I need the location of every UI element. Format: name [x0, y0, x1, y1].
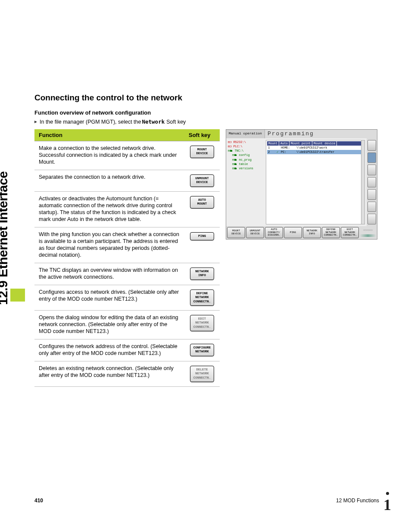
ss-side-button[interactable]	[367, 202, 376, 212]
ss-right-toolbar	[367, 138, 377, 226]
tree-child: ⊟🖿 versions	[228, 166, 264, 171]
page-footer: 410 12 MOD Functions	[34, 498, 379, 504]
function-desc: With the ping function you can check whe…	[34, 227, 184, 263]
function-desc: Activates or deactivates the Automount f…	[34, 191, 184, 227]
table-row: Configures access to network drives. (Se…	[34, 285, 220, 310]
softkey-auto-mount[interactable]: AUTO MOUNT	[190, 196, 214, 208]
grid-head: Mount	[267, 141, 279, 146]
softkey-define-network-connectn[interactable]: DEFINE NETWORK CONNECTN.	[190, 289, 214, 306]
table-row: The TNC displays an overview window with…	[34, 263, 220, 285]
grid-row: 1 HOME: \\de01PC5312\work	[267, 146, 364, 150]
ss-softkey-mount[interactable]: MOUNT DEVICE	[227, 227, 245, 238]
function-desc: Make a connection to the selected networ…	[34, 141, 184, 170]
softkey-edit-network-connectn[interactable]: EDIT NETWORK CONNECTN.	[190, 315, 214, 331]
intro-softkey-name: Network	[142, 118, 165, 125]
function-desc: Configures access to network drives. (Se…	[34, 285, 184, 310]
ss-side-button[interactable]	[367, 177, 376, 188]
col-header-function: Function	[34, 129, 184, 141]
grid-head: Mount device	[312, 141, 337, 146]
intro-after: Soft key	[166, 119, 186, 125]
ss-softkey-ping[interactable]: PING	[284, 227, 302, 238]
function-desc: Opens the dialog window for editing the …	[34, 310, 184, 339]
ss-softkey-network-info[interactable]: NETWORK INFO	[303, 227, 321, 238]
grid-head: Mount point	[290, 141, 312, 146]
softkey-table: Function Soft key Make a connection to t…	[34, 129, 220, 387]
function-desc: Deletes an existing network connection. …	[34, 361, 184, 386]
grid-head: Auto	[279, 141, 290, 146]
ss-mode-large: Programming	[265, 130, 317, 138]
softkey-unmount-device[interactable]: UNMOUNT DEVICE	[190, 174, 214, 187]
softkey-delete-network-connectn[interactable]: DELETE NETWORK CONNECTN.	[190, 366, 214, 382]
intro-instruction: In the file manager (PGM MGT), select th…	[34, 118, 379, 125]
tnc-screenshot: Manual operation Programming ⊟⊐ RS232:\ …	[226, 129, 377, 240]
ss-softkey-edit-connectn[interactable]: EDIT NETWORK CONNECTN.	[341, 227, 359, 238]
ss-softkey-row: MOUNT DEVICE UNMOUNT DEVICE AUTO CONNECT…	[226, 226, 377, 239]
tree-plc: ⊟⊐ PLC:\	[228, 144, 264, 149]
grid-row-selected: 2 ✓ PC: \\de01PC5322\transfer	[267, 150, 364, 154]
softkey-ping[interactable]: PING	[190, 232, 214, 240]
table-row: Activates or deactivates the Automount f…	[34, 191, 220, 227]
table-row: Configures the network address of the co…	[34, 339, 220, 361]
intro-before: In the file manager (PGM MGT), select th…	[40, 119, 141, 125]
function-desc: Separates the connection to a network dr…	[34, 170, 184, 192]
ss-side-button[interactable]	[367, 189, 376, 200]
side-tab: 12.9 Ethernet Interface	[10, 94, 24, 305]
table-row: Make a connection to the selected networ…	[34, 141, 220, 170]
table-row: Deletes an existing network connection. …	[34, 361, 220, 386]
ss-softkey-auto-connect[interactable]: AUTO CONNECT/ DISCONN.	[265, 227, 283, 238]
ss-side-button[interactable]	[367, 214, 376, 224]
tree-rs232: ⊟⊐ RS232:\	[228, 140, 264, 144]
function-desc: Configures the network address of the co…	[34, 339, 184, 361]
ss-mode-small: Manual operation	[226, 130, 265, 138]
table-row: Opens the dialog window for editing the …	[34, 310, 220, 339]
info-icon: 1	[383, 492, 391, 514]
info-corner-badge: 1	[370, 491, 394, 515]
softkey-mount-device[interactable]: MOUNT DEVICE	[190, 146, 214, 158]
table-row: Separates the connection to a network dr…	[34, 170, 220, 192]
page-heading: Connecting the control to the network	[34, 93, 379, 103]
section-subheading: Function overview of network configurati…	[34, 109, 379, 116]
softkey-configure-network[interactable]: CONFIGURE NETWORK	[190, 344, 214, 356]
ss-side-button[interactable]	[367, 165, 376, 175]
ss-scrollbar[interactable]	[361, 140, 364, 224]
ss-drive-tree: ⊟⊐ RS232:\ ⊟⊐ PLC:\ ⊟🖿 TNC:\ ⊟🖿 config ⊟…	[226, 138, 266, 226]
ss-side-button[interactable]	[367, 140, 376, 151]
side-accent-bar	[10, 289, 25, 302]
arrow-bullet-icon	[34, 121, 37, 123]
page-number: 410	[34, 498, 43, 504]
function-desc: The TNC displays an overview window with…	[34, 263, 184, 285]
col-header-softkey: Soft key	[184, 129, 220, 141]
section-number-title: 12.9 Ethernet Interface	[0, 171, 10, 305]
tree-child: ⊟🖿 table	[228, 162, 264, 166]
ss-mount-grid: Mount Auto Mount point Mount device 1 HO…	[266, 140, 365, 224]
ss-softkey-unmount[interactable]: UNMOUNT DEVICE	[246, 227, 264, 238]
ss-softkey-navigator[interactable]: ▭▭▭▭▭▭	[360, 227, 376, 238]
softkey-network-info[interactable]: NETWORK INFO	[190, 268, 214, 280]
tree-child: ⊟🖿 nc_prog	[228, 158, 264, 162]
ss-side-button[interactable]	[367, 152, 376, 163]
table-row: With the ping function you can check whe…	[34, 227, 220, 263]
tree-tnc: ⊟🖿 TNC:\	[228, 149, 264, 153]
ss-softkey-define-connectn[interactable]: DEFINE NETWORK CONNECTN.	[322, 227, 340, 238]
tree-child: ⊟🖿 config	[228, 153, 264, 157]
